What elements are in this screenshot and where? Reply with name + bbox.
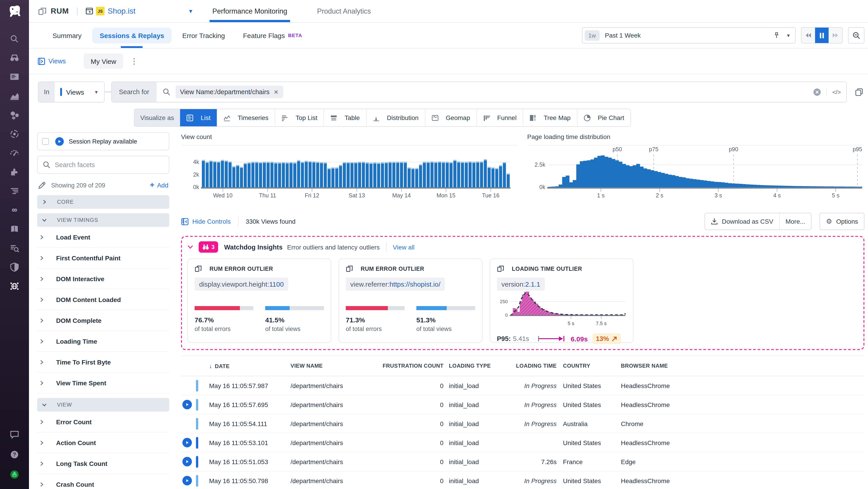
table-row[interactable]: May 16 11:05:57.987/department/chairs0in… — [181, 376, 864, 395]
download-csv-button[interactable]: Download as CSV — [705, 213, 779, 230]
facet-item-crash-count[interactable]: Crash Count — [37, 474, 169, 489]
facet-item-error-count[interactable]: Error Count — [37, 411, 169, 432]
visualize-distribution-button[interactable]: Distribution — [367, 109, 425, 126]
help-icon[interactable]: ? — [5, 446, 24, 464]
attribute-chip[interactable]: view.referrer:https://shopist.io/ — [346, 278, 445, 291]
visualize-list-button[interactable]: List — [180, 109, 217, 126]
service-chevron-down-icon[interactable]: ▼ — [188, 8, 193, 14]
top-tab-performance-monitoring[interactable]: Performance Monitoring — [212, 0, 287, 22]
column-header-date[interactable]: ↓DATE — [209, 362, 290, 369]
nav-tab-error-tracking[interactable]: Error Tracking — [175, 27, 232, 43]
nav-tab-summary[interactable]: Summary — [45, 27, 89, 43]
visualize-geomap-button[interactable]: Geomap — [425, 109, 477, 126]
views-link[interactable]: Views — [37, 57, 66, 65]
visualize-table-button[interactable]: Table — [324, 109, 367, 126]
column-header-browser-name[interactable]: BROWSER NAME — [621, 363, 864, 369]
current-view-button[interactable]: My View — [84, 54, 123, 69]
attribute-chip[interactable]: version:2.1.1 — [497, 278, 545, 291]
rum-error-outlier-card[interactable]: RUM ERROR OUTLIERdisplay.viewport.height… — [187, 258, 331, 343]
logs-icon[interactable] — [5, 182, 24, 200]
search-input[interactable]: View Name:/department/chairs ✕ — [156, 82, 813, 102]
search-icon[interactable] — [5, 30, 24, 48]
facet-item-dom-interactive[interactable]: DOM Interactive — [37, 269, 169, 289]
facet-item-loading-time[interactable]: Loading Time — [37, 331, 169, 352]
ci-icon[interactable] — [5, 201, 24, 219]
copy-query-icon[interactable] — [855, 88, 864, 96]
service-name[interactable]: Shop.ist — [108, 6, 135, 16]
security-icon[interactable] — [5, 258, 24, 276]
avatar-icon[interactable] — [5, 465, 24, 484]
column-header-loading-type[interactable]: LOADING TYPE — [443, 363, 510, 369]
table-row[interactable]: May 16 11:05:50.798/department/chairs0in… — [181, 471, 864, 489]
facet-item-first-contentful-paint[interactable]: First Contentful Paint — [37, 248, 169, 269]
session-replay-filter[interactable]: Session Replay available — [37, 132, 169, 150]
nav-tab-sessions-replays[interactable]: Sessions & Replays — [92, 27, 171, 43]
watchdog-view-all-link[interactable]: View all — [393, 243, 414, 251]
chat-icon[interactable] — [5, 426, 24, 444]
options-button[interactable]: ⚙ Options — [820, 213, 864, 230]
table-row[interactable]: May 16 11:05:54.111/department/chairs0in… — [181, 414, 864, 433]
filter-token[interactable]: View Name:/department/chairs ✕ — [175, 86, 283, 98]
watchdog-collapse-chevron-icon[interactable] — [187, 245, 193, 249]
time-caret-down-icon[interactable]: ▼ — [786, 33, 790, 38]
table-row[interactable]: May 16 11:05:57.695/department/chairs0in… — [181, 395, 864, 414]
rum-error-outlier-card[interactable]: RUM ERROR OUTLIERview.referrer:https://s… — [339, 258, 483, 343]
pause-button[interactable] — [815, 28, 829, 43]
session-replay-checkbox[interactable] — [42, 138, 49, 145]
replay-play-button[interactable] — [182, 438, 192, 447]
integrations-icon[interactable] — [5, 163, 24, 181]
time-forward-button[interactable] — [829, 28, 842, 43]
visualize-timeseries-button[interactable]: Timeseries — [217, 109, 275, 126]
visualize-piechart-button[interactable]: Pie Chart — [578, 109, 631, 126]
clear-search-icon[interactable] — [813, 88, 821, 96]
visualize-treemap-button[interactable]: Tree Map — [523, 109, 578, 126]
metrics-icon[interactable] — [5, 87, 24, 105]
remove-filter-icon[interactable]: ✕ — [274, 89, 279, 95]
view-menu-kebab-icon[interactable]: ⋮ — [130, 56, 138, 66]
facet-item-dom-content-loaded[interactable]: DOM Content Loaded — [37, 289, 169, 310]
column-header-country[interactable]: COUNTRY — [561, 363, 621, 369]
view-count-plot[interactable]: 0k2k4kWed 10Thu 11Fri 12Sat 13May 14Mon … — [181, 145, 518, 203]
loading-distribution-plot[interactable]: 0k2.5kp50p75p90p951 s2 s3 s4 s5 s — [527, 145, 864, 203]
facet-item-view-time-spent[interactable]: View Time Spent — [37, 373, 169, 394]
replay-play-button[interactable] — [182, 457, 192, 466]
facet-item-long-task-count[interactable]: Long Task Count — [37, 453, 169, 474]
column-header-view-name[interactable]: VIEW NAME — [290, 363, 368, 369]
watchdog-icon[interactable] — [5, 49, 24, 67]
dashboards-icon[interactable] — [5, 68, 24, 86]
replay-play-button[interactable] — [182, 400, 192, 409]
loading-time-outlier-card[interactable]: LOADING TIME OUTLIERversion:2.1.102505 s… — [490, 258, 633, 343]
code-view-icon[interactable]: </> — [826, 89, 841, 95]
performance-icon[interactable] — [5, 144, 24, 162]
time-shortcut-chip[interactable]: 1w — [585, 30, 599, 40]
facet-search-input[interactable]: Search facets — [37, 156, 169, 174]
audit-icon[interactable] — [5, 239, 24, 257]
attribute-chip[interactable]: display.viewport.height:1100 — [195, 278, 288, 291]
infrastructure-icon[interactable] — [5, 106, 24, 124]
visualize-toplist-button[interactable]: Top List — [275, 109, 324, 126]
notebooks-icon[interactable] — [5, 220, 24, 238]
more-button[interactable]: More... — [779, 213, 811, 230]
add-facet-button[interactable]: + Add — [150, 181, 168, 190]
facet-item-load-event[interactable]: Load Event — [37, 227, 169, 248]
time-backward-button[interactable] — [802, 28, 815, 43]
rum-icon[interactable] — [5, 277, 24, 295]
column-header-frustration-count[interactable]: FRUSTRATION COUNT — [368, 363, 443, 369]
apm-icon[interactable] — [5, 125, 24, 143]
edit-facets-icon[interactable] — [38, 181, 46, 189]
nav-tab-feature-flags[interactable]: Feature FlagsBETA — [236, 27, 309, 43]
scope-value-select[interactable]: Views ▼ — [55, 82, 104, 102]
table-row[interactable]: May 16 11:05:51.053/department/chairs0in… — [181, 452, 864, 471]
facet-item-time-to-first-byte[interactable]: Time To First Byte — [37, 352, 169, 373]
column-header-loading-time[interactable]: LOADING TIME — [510, 363, 561, 369]
facet-group-view-timings[interactable]: VIEW TIMINGS — [37, 213, 169, 227]
top-tab-product-analytics[interactable]: Product Analytics — [317, 0, 371, 22]
facet-item-dom-complete[interactable]: DOM Complete — [37, 310, 169, 331]
table-row[interactable]: May 16 11:05:53.101/department/chairs0in… — [181, 433, 864, 452]
datadog-logo-icon[interactable] — [6, 4, 23, 23]
hide-controls-button[interactable]: Hide Controls — [181, 218, 231, 225]
pin-icon[interactable] — [773, 32, 780, 39]
visualize-funnel-button[interactable]: Funnel — [477, 109, 523, 126]
facet-group-core[interactable]: CORE — [37, 195, 169, 209]
zoom-out-button[interactable] — [848, 27, 864, 43]
